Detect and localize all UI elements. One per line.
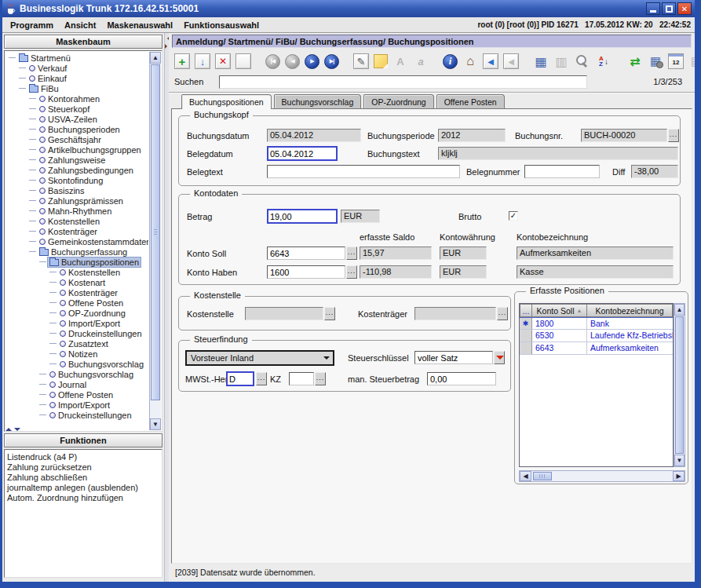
tree-node-steuerkopf[interactable]: Steuerkopf [5, 104, 148, 114]
tree-node-zusatztext[interactable]: Zusatztext [5, 338, 148, 349]
table-scroll-thumb[interactable] [675, 316, 684, 454]
close-button[interactable]: ✕ [677, 2, 692, 15]
tree-node-notizen[interactable]: Notizen [5, 349, 148, 359]
tab-buchungspositionen[interactable]: Buchungspositionen [181, 94, 272, 109]
betrag-input[interactable] [267, 209, 338, 224]
table-vertical-scrollbar[interactable]: ▲ ▼ [674, 303, 685, 467]
tree-node-buchungsperioden[interactable]: Buchungsperioden [5, 124, 148, 134]
tree-node-import-export[interactable]: Import/Export [5, 318, 148, 328]
search-input[interactable] [219, 75, 587, 89]
minimize-button[interactable] [646, 2, 660, 15]
tree-node-buchungspositionen[interactable]: Buchungspositionen [5, 257, 148, 267]
tree-node-import-export[interactable]: Import/Export [5, 400, 148, 410]
kz-input[interactable] [289, 372, 314, 385]
table-horizontal-scrollbar[interactable]: ◀ ▶ [519, 470, 685, 482]
konto-haben-lookup-button[interactable]: ... [346, 265, 357, 279]
menu-programm[interactable]: Programm [5, 20, 59, 31]
belegdatum-input[interactable] [267, 146, 338, 161]
splitter-up-icon[interactable] [5, 425, 12, 431]
table-grid-icon[interactable]: ▦ [533, 53, 549, 69]
new-record-icon[interactable]: + [174, 53, 190, 69]
tree-node-startmenü[interactable]: Startmenü [5, 53, 148, 63]
tree-node-offene-posten[interactable]: Offene Posten [5, 298, 148, 308]
info-icon[interactable]: i [443, 54, 458, 69]
search-icon[interactable] [574, 53, 590, 69]
tree-node-kostenstellen[interactable]: Kostenstellen [5, 267, 148, 277]
kz-lookup-button[interactable]: ... [315, 372, 326, 385]
nav-last-icon[interactable]: ▶| [324, 54, 339, 69]
function-zahlung-abschließen[interactable]: Zahlung abschließen [7, 473, 159, 483]
tree-node-usva-zeilen[interactable]: USVA-Zeilen [5, 114, 148, 124]
maximize-button[interactable] [662, 2, 676, 15]
sticky-note-icon[interactable] [374, 54, 388, 68]
calendar-icon[interactable]: 12 [668, 53, 684, 69]
import-record-icon[interactable]: ↓ [195, 53, 210, 69]
tree-node-zahlungsbedingungen[interactable]: Zahlungsbedingungen [5, 165, 148, 175]
belegnummer-input[interactable] [524, 165, 600, 178]
table-scroll-up-button[interactable]: ▲ [674, 304, 685, 316]
tree-node-kostenart[interactable]: Kostenart [5, 277, 148, 287]
refresh-icon[interactable]: ⇄ [627, 53, 643, 69]
function-zahlung-zurücksetzen[interactable]: Zahlung zurücksetzen [7, 462, 159, 473]
tree-node-einkauf[interactable]: Einkauf [5, 73, 148, 83]
nav-next-icon[interactable]: ▶ [305, 54, 319, 69]
tree-node-mahn-rhythmen[interactable]: Mahn-Rhythmen [5, 206, 148, 216]
tree-node-kostenträger[interactable]: Kostenträger [5, 287, 148, 298]
tree-scrollbar[interactable]: ▲ ▼ [149, 52, 161, 430]
menu-maskenauswahl[interactable]: Maskenauswahl [101, 20, 178, 31]
scroll-up-button[interactable]: ▲ [150, 52, 161, 64]
table-row[interactable]: ✱1800Bank [520, 317, 673, 330]
tree-node-basiszins[interactable]: Basiszins [5, 185, 148, 195]
mwst-herkunft-lookup-button[interactable]: ... [256, 372, 267, 385]
tree-node-zahlungsprämissen[interactable]: Zahlungsprämissen [5, 195, 148, 206]
tab-buchungsvorschlag[interactable]: Buchungsvorschlag [274, 94, 362, 108]
delete-record-icon[interactable]: ✕ [215, 53, 231, 69]
konto-soll-input[interactable] [267, 247, 345, 260]
tree-node-verkauf[interactable]: Verkauf [5, 63, 148, 73]
table-hscroll-thumb[interactable] [533, 472, 552, 480]
kostentraeger-lookup-button[interactable]: ... [497, 307, 508, 320]
tab-offene-posten[interactable]: Offene Posten [436, 94, 505, 108]
tree-node-druckeinstellungen[interactable]: Druckeinstellungen [5, 328, 148, 338]
table-row[interactable]: 6643Aufmerksamkeiten [520, 342, 673, 355]
brutto-checkbox[interactable]: ✓ [509, 211, 518, 221]
tree-scroll-thumb[interactable] [151, 64, 160, 400]
kostenstelle-lookup-button[interactable]: ... [324, 307, 335, 320]
column-header-konto-soll[interactable]: Konto Soll▲ [532, 304, 587, 317]
buchungsnr-lookup-button[interactable]: ... [668, 129, 679, 142]
konto-haben-input[interactable] [267, 265, 345, 279]
tree-node-fibu[interactable]: FiBu [5, 83, 148, 93]
table-scroll-right-button[interactable]: ▶ [673, 471, 685, 481]
table-settings-icon[interactable]: ▦ [648, 53, 663, 69]
column-header-kontobezeichnung[interactable]: Kontobezeichnung [587, 304, 673, 317]
belegtext-input[interactable] [267, 165, 460, 178]
mwst-herkunft-input[interactable] [226, 371, 254, 386]
menu-funktionsauswahl[interactable]: Funktionsauswahl [178, 20, 265, 31]
function-journaltemp-anlegen-ausblenden[interactable]: journaltemp anlegen (ausblenden) [7, 483, 159, 493]
tree-node-zahlungsweise[interactable]: Zahlungsweise [5, 155, 148, 165]
tree-node-op-zuordnung[interactable]: OP-Zuordnung [5, 308, 148, 318]
tree-node-buchungsvorschlag[interactable]: Buchungsvorschlag [5, 369, 148, 379]
steuerschluessel-input[interactable] [414, 351, 493, 364]
steuerschluessel-dropdown-button[interactable] [494, 351, 505, 364]
table-scroll-down-button[interactable]: ▼ [674, 455, 685, 466]
page-back-icon[interactable]: ◀ [483, 53, 498, 69]
function-listendruck-a4-p[interactable]: Listendruck (a4 P) [7, 452, 159, 462]
tree-node-offene-posten[interactable]: Offene Posten [5, 389, 148, 400]
tree-node-artikelbuchungsgruppen[interactable]: Artikelbuchungsgruppen [5, 144, 148, 155]
tree-node-buchungsvorschlag[interactable]: Buchungsvorschlag [5, 359, 148, 369]
sidebar-splitter[interactable] [5, 425, 20, 432]
tree-node-kostenstellen[interactable]: Kostenstellen [5, 216, 148, 226]
table-scroll-left-button[interactable]: ◀ [520, 471, 531, 481]
tree-node-kostenträger[interactable]: Kostenträger [5, 226, 148, 236]
function-autom-zuordnung-hinzufügen[interactable]: Autom. Zuordnung hinzufügen [7, 493, 159, 503]
man-steuerbetrag-input[interactable] [427, 372, 496, 385]
edit-pencil-icon[interactable]: ✎ [353, 53, 369, 69]
steuerart-dropdown[interactable]: Vorsteuer Inland [185, 350, 334, 366]
menu-ansicht[interactable]: Ansicht [59, 20, 101, 31]
tree-node-druckeinstellungen[interactable]: Druckeinstellungen [5, 410, 148, 420]
sort-az-icon[interactable]: AZ↓ [594, 53, 613, 69]
tree-node-buchungserfassung[interactable]: Buchungserfassung [5, 247, 148, 257]
tree-node-journal[interactable]: Journal [5, 379, 148, 389]
tree-node-gemeinkostenstammdaten[interactable]: Gemeinkostenstammdaten [5, 236, 148, 247]
